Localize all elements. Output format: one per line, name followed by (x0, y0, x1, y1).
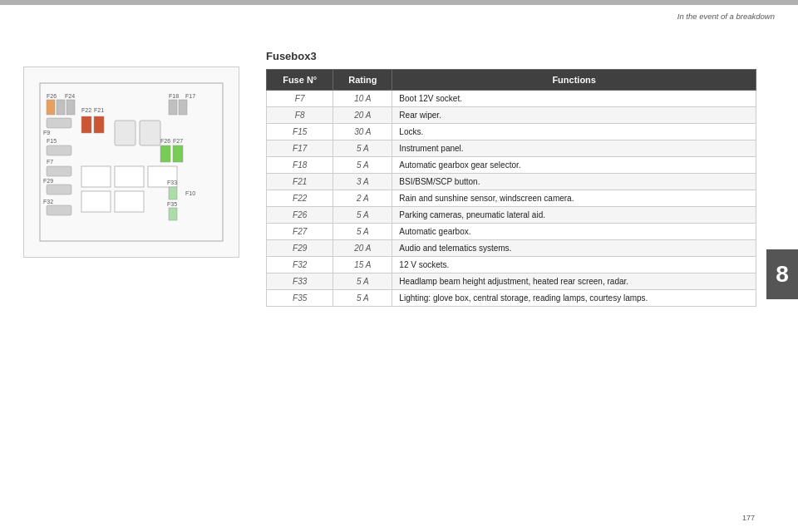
fuse-diagram-svg: F26 F24 F18 F17 F8 F9 F22 F21 F15 F7 (32, 75, 231, 249)
function-cell: Lighting: glove box, central storage, re… (392, 290, 756, 307)
rating-cell: 2 A (333, 190, 392, 207)
rating-cell: 5 A (333, 273, 392, 290)
svg-rect-6 (66, 100, 75, 115)
table-row: F185 AAutomatic gearbox gear selector. (267, 157, 756, 174)
fuse-diagram: F26 F24 F18 F17 F8 F9 F22 F21 F15 F7 (23, 66, 239, 258)
svg-rect-34 (115, 191, 144, 212)
svg-rect-18 (47, 145, 71, 155)
function-cell: Rear wiper. (392, 107, 756, 124)
svg-text:F22: F22 (81, 107, 91, 113)
fuse-number-cell: F8 (267, 107, 333, 124)
function-cell: Boot 12V socket. (392, 91, 756, 107)
svg-text:F32: F32 (43, 199, 53, 204)
rating-cell: 5 A (333, 207, 392, 224)
svg-text:F18: F18 (169, 93, 179, 99)
function-cell: Rain and sunshine sensor, windscreen cam… (392, 190, 756, 207)
fuse-number-cell: F22 (267, 190, 333, 207)
table-row: F222 ARain and sunshine sensor, windscre… (267, 190, 756, 207)
svg-rect-5 (57, 100, 65, 115)
svg-rect-35 (169, 187, 177, 200)
svg-rect-33 (81, 191, 111, 212)
svg-rect-21 (140, 121, 160, 145)
function-cell: Headlamp beam height adjustment, heated … (392, 273, 756, 290)
svg-rect-30 (81, 166, 111, 187)
svg-rect-15 (94, 116, 104, 133)
svg-text:F35: F35 (167, 201, 177, 207)
function-cell: Parking cameras, pneumatic lateral aid. (392, 207, 756, 224)
svg-text:F7: F7 (47, 159, 53, 165)
rating-cell: 3 A (333, 174, 392, 190)
fuse-number-cell: F27 (267, 224, 333, 240)
fuse-number-cell: F35 (267, 290, 333, 307)
svg-text:F26: F26 (47, 93, 57, 99)
table-row: F213 ABSI/BSM/SCP button. (267, 174, 756, 190)
rating-cell: 5 A (333, 290, 392, 307)
rating-cell: 20 A (333, 240, 392, 257)
fuse-number-cell: F26 (267, 207, 333, 224)
col-rating: Rating (333, 70, 392, 91)
fuse-number-cell: F7 (267, 91, 333, 107)
table-row: F2920 AAudio and telematics systems. (267, 240, 756, 257)
svg-rect-14 (81, 116, 91, 133)
svg-rect-24 (160, 145, 170, 162)
svg-text:F27: F27 (173, 138, 183, 144)
header-right-text: In the event of a breakdown (677, 12, 775, 21)
fuse-number-cell: F29 (267, 240, 333, 257)
function-cell: BSI/BSM/SCP button. (392, 174, 756, 190)
svg-text:F24: F24 (65, 93, 75, 99)
main-content: Fusebox3 Fuse N° Rating Functions F710 A… (266, 50, 756, 307)
function-cell: Instrument panel. (392, 140, 756, 157)
svg-rect-13 (47, 118, 71, 128)
svg-rect-31 (115, 166, 144, 187)
section-title: Fusebox3 (266, 50, 756, 62)
fuse-number-cell: F32 (267, 257, 333, 273)
page-number: 177 (742, 514, 755, 522)
rating-cell: 5 A (333, 224, 392, 240)
svg-rect-40 (47, 205, 71, 215)
fuse-table: Fuse N° Rating Functions F710 ABoot 12V … (266, 69, 756, 307)
top-bar (0, 0, 798, 5)
svg-rect-20 (115, 121, 135, 145)
chapter-badge: 8 (766, 249, 798, 299)
table-header-row: Fuse N° Rating Functions (267, 70, 756, 91)
rating-cell: 15 A (333, 257, 392, 273)
fuse-number-cell: F33 (267, 273, 333, 290)
fuse-number-cell: F18 (267, 157, 333, 174)
svg-rect-22 (47, 166, 71, 176)
fuse-number-cell: F15 (267, 124, 333, 140)
function-cell: Automatic gearbox. (392, 224, 756, 240)
fuse-number-cell: F21 (267, 174, 333, 190)
svg-text:F21: F21 (94, 107, 104, 113)
rating-cell: 10 A (333, 91, 392, 107)
fuse-number-cell: F17 (267, 140, 333, 157)
svg-text:F26: F26 (160, 138, 170, 144)
table-row: F275 AAutomatic gearbox. (267, 224, 756, 240)
table-row: F820 ARear wiper. (267, 107, 756, 124)
function-cell: Audio and telematics systems. (392, 240, 756, 257)
svg-text:F15: F15 (47, 138, 57, 144)
svg-text:F17: F17 (185, 93, 195, 99)
table-row: F355 ALighting: glove box, central stora… (267, 290, 756, 307)
svg-rect-9 (169, 100, 177, 115)
col-fuse-number: Fuse N° (267, 70, 333, 91)
svg-rect-29 (47, 185, 71, 195)
svg-text:F10: F10 (185, 190, 195, 196)
rating-cell: 30 A (333, 124, 392, 140)
table-row: F265 AParking cameras, pneumatic lateral… (267, 207, 756, 224)
svg-text:F9: F9 (43, 130, 50, 135)
svg-rect-38 (169, 208, 177, 220)
rating-cell: 5 A (333, 157, 392, 174)
svg-text:F33: F33 (167, 180, 177, 185)
function-cell: Automatic gearbox gear selector. (392, 157, 756, 174)
table-row: F175 AInstrument panel. (267, 140, 756, 157)
table-row: F335 AHeadlamp beam height adjustment, h… (267, 273, 756, 290)
rating-cell: 20 A (333, 107, 392, 124)
table-row: F1530 ALocks. (267, 124, 756, 140)
svg-rect-25 (173, 145, 183, 162)
svg-rect-4 (47, 100, 55, 115)
function-cell: Locks. (392, 124, 756, 140)
col-functions: Functions (392, 70, 756, 91)
table-row: F710 ABoot 12V socket. (267, 91, 756, 107)
svg-text:F29: F29 (43, 178, 53, 184)
table-row: F3215 A12 V sockets. (267, 257, 756, 273)
